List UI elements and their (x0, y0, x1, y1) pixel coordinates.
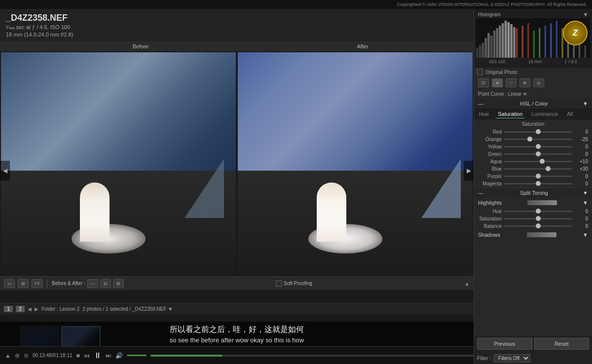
histogram-arrow: ▼ (583, 12, 588, 17)
svg-rect-7 (496, 28, 498, 58)
before-photo-sim (1, 52, 236, 289)
nav-left-arrow[interactable]: ◀ (0, 161, 10, 181)
nav-right-arrow[interactable]: ▶ (464, 161, 474, 181)
separator-1 (47, 280, 47, 288)
highlights-label: Highlights (478, 200, 502, 206)
hsl-slider-track-0[interactable] (504, 131, 572, 133)
hsl-slider-thumb-4 (540, 159, 545, 164)
hsl-slider-track-4[interactable] (504, 161, 572, 162)
rect-tool[interactable]: □ (506, 78, 517, 87)
split-slider-track-0[interactable] (504, 211, 572, 212)
hsl-slider-thumb-6 (536, 174, 541, 179)
vol-btn[interactable]: 🔊 (115, 352, 123, 359)
split-slider-row-2: Balance0 (474, 222, 592, 230)
filter-label: Filter : (477, 356, 491, 361)
play-btn[interactable]: ⏸ (94, 351, 102, 360)
split-slider-label-0: Hue (478, 209, 502, 214)
svg-rect-4 (487, 33, 490, 58)
eye-tool[interactable]: ◎ (533, 78, 544, 87)
volume-bar[interactable] (127, 355, 147, 356)
hsl-slider-row-3: Green0 (474, 150, 592, 158)
nav-next-small[interactable]: ▶ (35, 306, 38, 312)
video-icon-3[interactable]: ⊘ (24, 352, 29, 359)
hsl-tabs: Hue Saturation Luminance All (474, 109, 592, 120)
copyright-text: Copyrighted © AMG VISION INTERNATIONAL &… (397, 2, 587, 7)
highlights-swatch (527, 200, 557, 205)
hsl-slider-thumb-3 (536, 151, 541, 156)
filter-dropdown[interactable]: Filters Off (494, 354, 530, 363)
hsl-slider-row-4: Aqua+10 (474, 158, 592, 165)
hsl-slider-row-5: Blue+30 (474, 165, 592, 173)
ba-mode-3[interactable]: ⊞ (113, 279, 124, 288)
hsl-slider-label-1: Orange (478, 137, 502, 142)
hsl-tab-all[interactable]: All (565, 110, 575, 118)
hsl-slider-thumb-7 (536, 181, 541, 186)
ba-mode-1[interactable]: — (87, 279, 98, 288)
original-photo-label: Original Photo (486, 70, 517, 75)
photo-count: 2 photos / 1 selected / _D4Z2358.NEF ▼ (82, 306, 173, 312)
expand-btn[interactable]: ▲ (464, 281, 470, 287)
view-mode-btn-2[interactable]: ⊞ (18, 279, 29, 288)
hsl-tab-saturation[interactable]: Saturation (496, 110, 524, 118)
split-toning-label: Split Toning (520, 190, 548, 196)
nav-prev-small[interactable]: ◀ (28, 306, 32, 312)
split-toning-header[interactable]: — Split Toning ▼ (474, 187, 592, 198)
after-label: After (252, 43, 474, 49)
hsl-slider-track-6[interactable] (504, 176, 572, 177)
previous-button[interactable]: Previous (477, 338, 532, 350)
hsl-tab-hue[interactable]: Hue (477, 110, 491, 118)
ba-mode-2[interactable]: ⊟ (100, 279, 111, 288)
hist-meta: ISO 100 18 mm ƒ / 8.5 (476, 58, 590, 66)
video-icon-1[interactable]: ▲ (5, 352, 11, 359)
images-container: ◀ ⊕ (0, 51, 474, 290)
hsl-header[interactable]: — HSL / Color ▼ (474, 99, 592, 109)
histogram-label-row: Histogram ▼ (476, 11, 590, 18)
split-slider-track-2[interactable] (504, 225, 572, 227)
next-btn[interactable]: ⏭ (106, 352, 111, 359)
page-2[interactable]: 2 (16, 306, 25, 312)
hsl-slider-track-2[interactable] (504, 146, 572, 147)
original-photo-checkbox[interactable] (477, 69, 483, 75)
hsl-slider-track-3[interactable] (504, 153, 572, 155)
after-image-panel (238, 52, 473, 289)
subtitle-chinese: 所以看之前之后，哇，好，这就是如何 (170, 325, 304, 335)
hsl-slider-value-6: 0 (574, 174, 588, 179)
photo-shutter: ¹⁄₄₀₀ sec at ƒ / 4.5, ISO 100 (6, 24, 468, 31)
hsl-slider-track-5[interactable] (504, 168, 572, 170)
hsl-slider-value-0: 0 (574, 129, 588, 135)
svg-rect-3 (484, 38, 487, 58)
shadows-row: Shadows ▼ (474, 230, 592, 240)
reset-button[interactable]: Reset (534, 338, 590, 350)
split-slider-track-1[interactable] (504, 218, 572, 219)
bottom-buttons: Previous Reset (474, 334, 592, 353)
view-mode-btn-3[interactable]: YY (32, 279, 42, 288)
hsl-tab-luminance[interactable]: Luminance (529, 110, 560, 118)
hsl-slider-track-7[interactable] (504, 183, 572, 184)
bride-figure (80, 182, 110, 242)
stop-btn[interactable]: ■ (76, 352, 80, 359)
page-1[interactable]: 1 (4, 306, 13, 312)
hsl-slider-row-1: Orange-25 (474, 136, 592, 143)
hsl-slider-row-2: Yellow0 (474, 143, 592, 150)
svg-rect-2 (482, 43, 484, 58)
hsl-slider-label-2: Yellow (478, 144, 502, 149)
soft-proofing-checkbox[interactable] (276, 281, 282, 287)
view-mode-btn-1[interactable]: ▭ (4, 279, 15, 288)
crop-tool[interactable]: ⊡ (478, 78, 489, 87)
prev-btn[interactable]: ⏮ (84, 352, 90, 359)
hsl-slider-value-7: 0 (574, 181, 588, 186)
hsl-title: HSL / Color (520, 101, 548, 107)
split-toning-dash: — (478, 190, 483, 196)
pyramid-shape (185, 159, 224, 218)
spot-tool[interactable]: ⊕ (519, 78, 530, 87)
video-icon-2[interactable]: ⊕ (15, 352, 20, 359)
right-panel: Histogram ▼ (474, 9, 592, 364)
svg-rect-16 (527, 23, 529, 58)
hsl-slider-track-1[interactable] (504, 139, 572, 140)
ba-dropdown[interactable]: Before & After : — ⊟ ⊞ (52, 279, 124, 288)
highlights-dropdown[interactable]: ▼ (583, 200, 588, 206)
photo-filename: _D4Z2358.NEF (6, 13, 468, 23)
hsl-slider-value-3: 0 (574, 151, 588, 157)
shadows-dropdown[interactable]: ▼ (583, 232, 588, 238)
circle-tool[interactable]: ● (492, 78, 503, 87)
